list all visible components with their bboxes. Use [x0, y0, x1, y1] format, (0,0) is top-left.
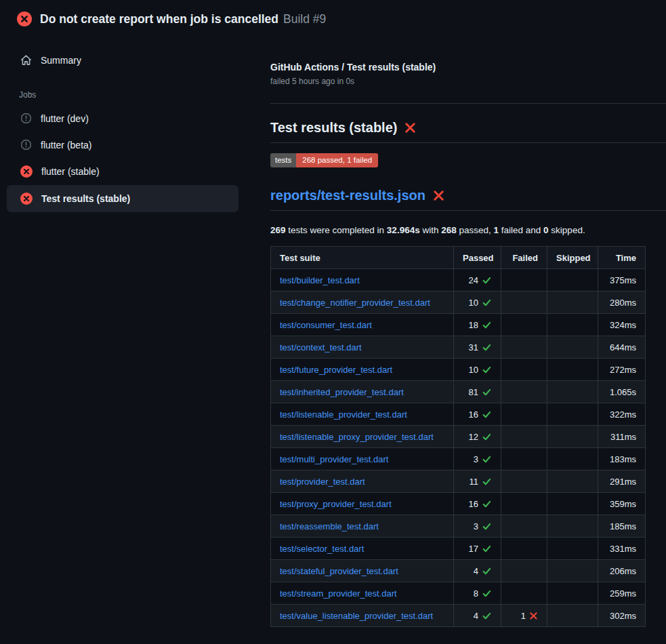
- suite-cell: test/consumer_test.dart: [271, 314, 454, 336]
- suite-link[interactable]: test/selector_test.dart: [280, 544, 364, 554]
- run-header: Do not create report when job is cancell…: [0, 0, 666, 35]
- suite-cell: test/selector_test.dart: [271, 538, 454, 560]
- suite-link[interactable]: test/stateful_provider_test.dart: [280, 566, 398, 576]
- table-row: test/proxy_provider_test.dart16359ms: [271, 493, 646, 515]
- passed-cell: 81: [454, 381, 501, 403]
- time-cell: 644ms: [598, 336, 646, 359]
- sidebar-item-summary[interactable]: Summary: [7, 48, 238, 72]
- table-row: test/consumer_test.dart18324ms: [271, 314, 646, 336]
- section-title: Test results (stable): [270, 120, 397, 136]
- skipped-cell: [547, 538, 598, 560]
- time-cell: 359ms: [598, 493, 646, 515]
- suite-cell: test/change_notifier_provider_test.dart: [271, 291, 454, 314]
- time-cell: 291ms: [598, 470, 646, 493]
- suite-cell: test/stream_provider_test.dart: [271, 582, 454, 605]
- suite-link[interactable]: test/reassemble_test.dart: [280, 521, 379, 531]
- table-row: test/builder_test.dart24375ms: [271, 269, 646, 291]
- skipped-cell: [547, 515, 598, 538]
- suite-cell: test/reassemble_test.dart: [271, 515, 454, 538]
- sidebar-item-test-results-stable[interactable]: Test results (stable): [7, 185, 238, 212]
- x-circle-icon: [17, 12, 32, 26]
- passed-cell: 8: [454, 582, 501, 605]
- suite-cell: test/value_listenable_provider_test.dart: [271, 605, 454, 627]
- failed-cell: [501, 336, 547, 359]
- section-heading: Test results (stable): [270, 120, 666, 143]
- time-cell: 206ms: [598, 560, 646, 582]
- suite-link[interactable]: test/listenable_proxy_provider_test.dart: [280, 432, 434, 442]
- app-root: Do not create report when job is cancell…: [0, 0, 666, 644]
- suite-cell: test/provider_test.dart: [271, 470, 454, 493]
- test-summary-line: 269 tests were completed in 32.964s with…: [270, 225, 666, 235]
- failed-cell: [501, 448, 547, 470]
- failed-cell: [501, 403, 547, 426]
- suite-link[interactable]: test/listenable_provider_test.dart: [280, 409, 407, 420]
- table-row: test/reassemble_test.dart3185ms: [271, 515, 646, 538]
- main-content: GitHub Actions / Test results (stable) f…: [270, 35, 666, 644]
- table-row: test/future_provider_test.dart10272ms: [271, 359, 646, 381]
- passed-cell: 16: [454, 403, 501, 426]
- passed-cell: 3: [454, 448, 501, 470]
- suite-link[interactable]: test/multi_provider_test.dart: [280, 454, 388, 464]
- tests-badge: tests 268 passed, 1 failed: [270, 153, 378, 167]
- build-number: Build #9: [283, 12, 326, 26]
- passed-cell: 18: [454, 314, 501, 336]
- check-icon: [482, 611, 492, 621]
- x-circle-icon: [20, 193, 33, 205]
- check-icon: [482, 409, 492, 420]
- suite-link[interactable]: test/context_test.dart: [280, 342, 362, 353]
- time-cell: 322ms: [598, 403, 646, 426]
- failed-cell: [501, 269, 547, 291]
- suite-cell: test/multi_provider_test.dart: [271, 448, 454, 470]
- time-cell: 331ms: [598, 538, 646, 560]
- passed-cell: 31: [454, 336, 501, 359]
- suite-link[interactable]: test/stream_provider_test.dart: [280, 588, 397, 599]
- suite-link[interactable]: test/builder_test.dart: [280, 275, 360, 285]
- jobs-list: flutter (dev)flutter (beta)flutter (stab…: [7, 105, 238, 212]
- run-meta: failed 5 hours ago in 0s: [270, 77, 666, 86]
- time-cell: 272ms: [598, 359, 646, 381]
- col-header-failed: Failed: [501, 247, 547, 269]
- sidebar-item-flutter-stable[interactable]: flutter (stable): [7, 158, 238, 185]
- suite-link[interactable]: test/provider_test.dart: [280, 477, 365, 487]
- check-icon: [482, 544, 492, 554]
- failed-cell: [501, 582, 547, 605]
- failed-count: 1: [494, 225, 499, 235]
- suite-cell: test/proxy_provider_test.dart: [271, 493, 454, 515]
- check-icon: [482, 521, 492, 531]
- table-row: test/inherited_provider_test.dart811.065…: [271, 381, 646, 403]
- skipped-cell: [547, 560, 598, 582]
- suite-link[interactable]: test/consumer_test.dart: [280, 320, 372, 330]
- table-row: test/listenable_proxy_provider_test.dart…: [271, 426, 646, 448]
- suite-link[interactable]: test/inherited_provider_test.dart: [280, 387, 404, 397]
- suite-link[interactable]: test/future_provider_test.dart: [280, 365, 392, 375]
- passed-cell: 4: [454, 560, 501, 582]
- suite-cell: test/listenable_provider_test.dart: [271, 403, 454, 426]
- table-row: test/value_listenable_provider_test.dart…: [271, 605, 646, 627]
- check-icon: [482, 342, 492, 353]
- report-heading: reports/test-results.json: [270, 188, 666, 211]
- passed-cell: 16: [454, 493, 501, 515]
- run-title: Do not create report when job is cancell…: [40, 12, 278, 26]
- suite-cell: test/context_test.dart: [271, 336, 454, 359]
- skipped-cell: [547, 291, 598, 314]
- suite-link[interactable]: test/change_notifier_provider_test.dart: [280, 298, 430, 308]
- passed-count: 268: [441, 225, 457, 235]
- check-icon: [482, 320, 492, 330]
- table-row: test/context_test.dart31644ms: [271, 336, 646, 359]
- test-results-table: Test suite Passed Failed Skipped Time te…: [270, 246, 646, 627]
- summary-label: Summary: [41, 55, 81, 66]
- suite-cell: test/inherited_provider_test.dart: [271, 381, 454, 403]
- sidebar-item-flutter-beta[interactable]: flutter (beta): [7, 132, 238, 158]
- report-file-link[interactable]: reports/test-results.json: [270, 188, 425, 203]
- jobs-section-label: Jobs: [19, 90, 238, 100]
- suite-link[interactable]: test/value_listenable_provider_test.dart: [280, 611, 433, 621]
- passed-cell: 10: [454, 291, 501, 314]
- suite-cell: test/builder_test.dart: [271, 269, 454, 291]
- time-cell: 183ms: [598, 448, 646, 470]
- suite-cell: test/stateful_provider_test.dart: [271, 560, 454, 582]
- sidebar-item-flutter-dev[interactable]: flutter (dev): [7, 105, 238, 132]
- failed-cell: [501, 359, 547, 381]
- failed-cell: [501, 493, 547, 515]
- passed-cell: 3: [454, 515, 501, 538]
- suite-link[interactable]: test/proxy_provider_test.dart: [280, 499, 392, 509]
